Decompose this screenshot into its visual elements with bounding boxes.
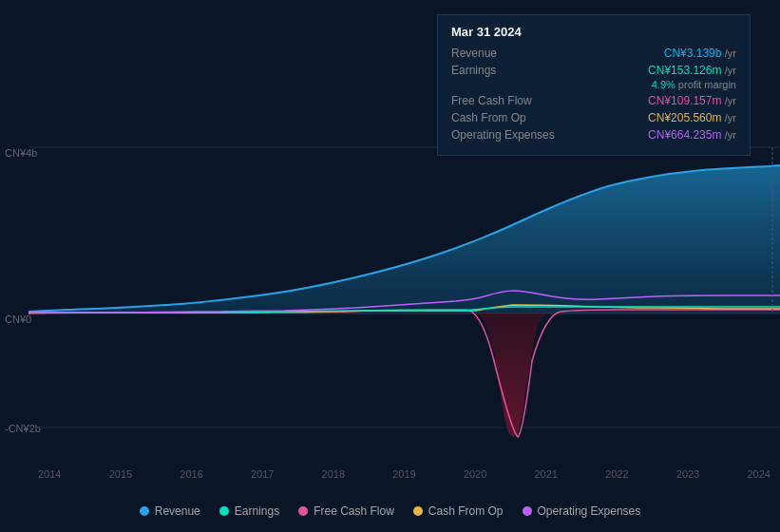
legend-opex: Operating Expenses (523, 504, 641, 518)
cashop-value: CN¥205.560m /yr (648, 111, 736, 124)
legend-label-cashop: Cash From Op (428, 504, 504, 518)
chart-container: Mar 31 2024 Revenue CN¥3.139b /yr Earnin… (0, 0, 780, 532)
legend-revenue: Revenue (140, 504, 200, 518)
tooltip-row-opex: Operating Expenses CN¥664.235m /yr (451, 128, 736, 142)
tooltip: Mar 31 2024 Revenue CN¥3.139b /yr Earnin… (437, 14, 751, 156)
profit-margin-row: 4.9% profit margin (451, 79, 736, 90)
tooltip-row-fcf: Free Cash Flow CN¥109.157m /yr (451, 94, 736, 107)
legend-dot-cashop (413, 506, 423, 516)
x-label-2019: 2019 (392, 468, 415, 480)
revenue-area (29, 165, 780, 314)
x-label-2016: 2016 (180, 468, 202, 480)
x-label-2015: 2015 (109, 468, 132, 480)
x-axis-labels: 2014 2015 2016 2017 2018 2019 2020 2021 … (38, 468, 770, 480)
opex-value: CN¥664.235m /yr (648, 128, 736, 142)
fcf-line (29, 310, 780, 437)
legend-earnings: Earnings (219, 504, 279, 518)
cashop-label: Cash From Op (451, 111, 565, 124)
revenue-label: Revenue (451, 47, 565, 60)
negative-area (466, 314, 551, 437)
legend-dot-revenue (140, 506, 149, 516)
x-label-2024: 2024 (747, 468, 770, 480)
legend-label-fcf: Free Cash Flow (314, 504, 394, 518)
x-label-2017: 2017 (251, 468, 274, 480)
x-label-2018: 2018 (322, 468, 345, 480)
profit-margin-value: 4.9% (652, 79, 675, 90)
earnings-label: Earnings (451, 64, 565, 77)
legend-fcf: Free Cash Flow (298, 504, 394, 518)
legend-label-opex: Operating Expenses (538, 504, 641, 518)
legend-dot-earnings (219, 506, 229, 516)
legend-dot-fcf (298, 506, 308, 516)
opex-label: Operating Expenses (451, 128, 565, 142)
tooltip-row-cashop: Cash From Op CN¥205.560m /yr (451, 111, 736, 124)
fcf-label: Free Cash Flow (451, 94, 565, 107)
legend-label-earnings: Earnings (235, 504, 279, 518)
tooltip-row-earnings: Earnings CN¥153.126m /yr (451, 64, 736, 77)
tooltip-title: Mar 31 2024 (451, 25, 736, 39)
earnings-value: CN¥153.126m /yr (648, 64, 736, 77)
profit-margin-label: profit margin (675, 79, 736, 90)
x-label-2021: 2021 (534, 468, 557, 480)
x-label-2023: 2023 (676, 468, 699, 480)
x-label-2022: 2022 (605, 468, 628, 480)
legend-dot-opex (523, 506, 532, 516)
legend-cashop: Cash From Op (413, 504, 504, 518)
legend-label-revenue: Revenue (155, 504, 200, 518)
chart-legend: Revenue Earnings Free Cash Flow Cash Fro… (0, 504, 780, 518)
fcf-value: CN¥109.157m /yr (648, 94, 736, 107)
revenue-value: CN¥3.139b /yr (664, 47, 736, 60)
x-label-2014: 2014 (38, 468, 61, 480)
tooltip-row-revenue: Revenue CN¥3.139b /yr (451, 47, 736, 60)
x-label-2020: 2020 (464, 468, 486, 480)
y-label-0: CN¥0 (5, 314, 31, 325)
